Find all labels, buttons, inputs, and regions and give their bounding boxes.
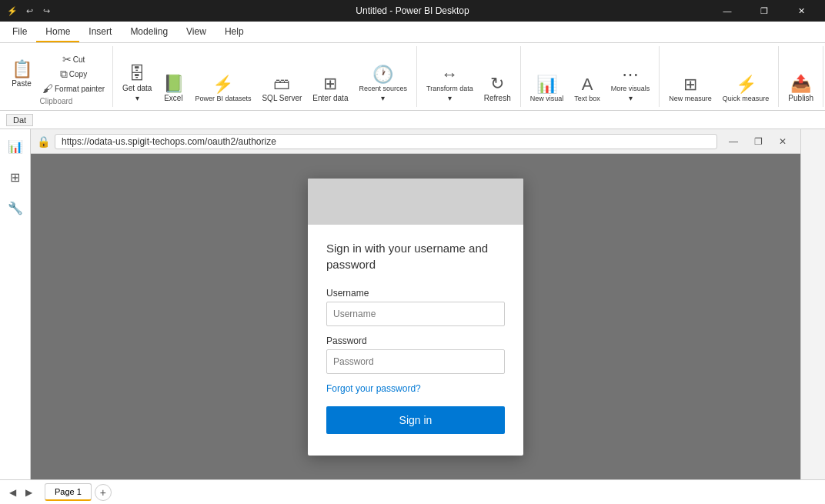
enter-data-button[interactable]: ⊞ Enter data <box>308 72 352 105</box>
ribbon-group-data: 🗄 Get data ▾ 📗 Excel ⚡ Power BI datasets… <box>113 46 417 107</box>
ribbon-group-visuals: 📊 New visual A Text box ⋯ More visuals ▾ <box>521 46 660 107</box>
clipboard-items: 📋 Paste ✂ Cut ⧉ Copy 🖌 Format painter <box>5 48 108 95</box>
browser-window-controls: — ❐ ✕ <box>722 132 794 151</box>
paste-button[interactable]: 📋 Paste <box>5 52 38 95</box>
share-items: 📤 Publish <box>783 48 818 105</box>
ribbon-group-clipboard: 📋 Paste ✂ Cut ⧉ Copy 🖌 Format painter <box>0 46 113 107</box>
sql-server-button[interactable]: 🗃 SQL Server <box>257 72 306 105</box>
recent-sources-icon: 🕐 <box>372 66 393 83</box>
enter-data-icon: ⊞ <box>323 75 337 92</box>
data-items: 🗄 Get data ▾ 📗 Excel ⚡ Power BI datasets… <box>118 48 412 105</box>
titlebar-icons: ⚡ ↩ ↪ <box>6 5 52 17</box>
username-label: Username <box>326 288 505 299</box>
ribbon-group-calculations: ⊞ New measure ⚡ Quick measure <box>660 46 779 107</box>
formula-label: Dat <box>6 114 33 126</box>
login-card: Sign in with your username and password … <box>308 179 523 456</box>
titlebar: ⚡ ↩ ↪ Untitled - Power BI Desktop — ❐ ✕ <box>0 0 825 22</box>
tab-home[interactable]: Home <box>36 22 79 42</box>
transform-icon: ↔ <box>441 66 458 83</box>
format-painter-icon: 🖌 <box>42 83 53 94</box>
ribbon: 📋 Paste ✂ Cut ⧉ Copy 🖌 Format painter <box>0 43 825 111</box>
prev-page-button[interactable]: ◀ <box>6 486 19 499</box>
clipboard-small-buttons: ✂ Cut ⧉ Copy 🖌 Format painter <box>39 52 108 95</box>
sidebar-icon-data[interactable]: ⊞ <box>5 166 26 188</box>
browser-close-button[interactable]: ✕ <box>771 132 794 151</box>
queries-items: ↔ Transform data ▾ ↻ Refresh <box>422 48 516 105</box>
login-card-body: Sign in with your username and password … <box>308 225 523 456</box>
clipboard-group: 📋 Paste ✂ Cut ⧉ Copy 🖌 Format painter <box>5 52 108 95</box>
undo-icon[interactable]: ↩ <box>23 5 35 17</box>
quick-measure-icon: ⚡ <box>736 76 757 93</box>
next-page-button[interactable]: ▶ <box>22 486 35 499</box>
new-measure-button[interactable]: ⊞ New measure <box>664 73 716 105</box>
copy-icon: ⧉ <box>60 68 68 79</box>
new-measure-icon: ⊞ <box>683 76 697 93</box>
sidebar-icon-model[interactable]: 🔧 <box>5 197 26 219</box>
lock-icon: 🔒 <box>37 135 50 148</box>
forgot-password-link[interactable]: Forgot your password? <box>326 383 505 394</box>
app-icon: ⚡ <box>6 5 18 17</box>
browser-url[interactable]: https://odata-us.spigit-techops.com/oaut… <box>55 134 717 149</box>
signin-button[interactable]: Sign in <box>326 406 505 434</box>
get-data-button[interactable]: 🗄 Get data ▾ <box>118 62 156 105</box>
new-visual-button[interactable]: 📊 New visual <box>526 73 569 105</box>
password-label: Password <box>326 335 505 346</box>
browser-restore-button[interactable]: ❐ <box>747 132 770 151</box>
browser-content: Sign in with your username and password … <box>31 154 800 479</box>
text-box-button[interactable]: A Text box <box>569 73 605 105</box>
tab-insert[interactable]: Insert <box>79 22 121 42</box>
sql-icon: 🗃 <box>273 75 290 92</box>
cut-button[interactable]: ✂ Cut <box>39 52 108 66</box>
power-bi-icon: ⚡ <box>212 76 233 93</box>
more-visuals-icon: ⋯ <box>622 66 639 83</box>
titlebar-title: Untitled - Power BI Desktop <box>356 5 469 16</box>
password-input[interactable] <box>326 349 505 374</box>
ribbon-group-queries: ↔ Transform data ▾ ↻ Refresh <box>417 46 521 107</box>
sidebar-icon-report[interactable]: 📊 <box>5 135 26 157</box>
excel-icon: 📗 <box>163 75 184 92</box>
page-tab-1[interactable]: Page 1 <box>45 483 92 501</box>
tab-help[interactable]: Help <box>215 22 253 42</box>
quick-measure-button[interactable]: ⚡ Quick measure <box>718 73 774 105</box>
copy-button[interactable]: ⧉ Copy <box>39 67 108 81</box>
browser-titlebar: 🔒 https://odata-us.spigit-techops.com/oa… <box>31 129 800 154</box>
ribbon-group-share: 📤 Publish <box>779 46 823 107</box>
bottom-bar: ◀ ▶ Page 1 + <box>0 479 825 504</box>
close-button[interactable]: ✕ <box>783 0 819 22</box>
publish-button[interactable]: 📤 Publish <box>783 72 818 105</box>
calculations-items: ⊞ New measure ⚡ Quick measure <box>664 48 773 105</box>
transform-data-button[interactable]: ↔ Transform data ▾ <box>422 63 478 105</box>
publish-icon: 📤 <box>790 75 811 92</box>
page-nav-buttons: ◀ ▶ <box>6 486 35 499</box>
login-card-header <box>308 179 523 225</box>
main-area: 📊 ⊞ 🔧 🔒 https://odata-us.spigit-techops.… <box>0 129 825 479</box>
canvas-area: 🔒 https://odata-us.spigit-techops.com/oa… <box>31 129 800 479</box>
text-box-icon: A <box>582 76 593 93</box>
new-visual-icon: 📊 <box>536 76 557 93</box>
formula-bar: Dat <box>0 111 825 129</box>
minimize-button[interactable]: — <box>710 0 745 22</box>
titlebar-controls: — ❐ ✕ <box>710 0 819 22</box>
tab-file[interactable]: File <box>3 22 36 42</box>
browser-minimize-button[interactable]: — <box>722 132 745 151</box>
modal-overlay: 🔒 https://odata-us.spigit-techops.com/oa… <box>31 129 800 479</box>
add-page-button[interactable]: + <box>95 484 112 501</box>
power-bi-datasets-button[interactable]: ⚡ Power BI datasets <box>190 73 256 105</box>
restore-button[interactable]: ❐ <box>747 0 782 22</box>
login-title: Sign in with your username and password <box>326 240 505 272</box>
visuals-items: 📊 New visual A Text box ⋯ More visuals ▾ <box>526 48 655 105</box>
tab-view[interactable]: View <box>177 22 215 42</box>
get-data-icon: 🗄 <box>129 65 145 82</box>
more-visuals-button[interactable]: ⋯ More visuals ▾ <box>606 63 655 105</box>
excel-button[interactable]: 📗 Excel <box>158 72 189 105</box>
redo-icon[interactable]: ↪ <box>40 5 52 17</box>
cut-icon: ✂ <box>62 54 72 65</box>
paste-icon: 📋 <box>12 61 32 78</box>
username-input[interactable] <box>326 302 505 326</box>
recent-sources-button[interactable]: 🕐 Recent sources ▾ <box>354 63 412 105</box>
format-painter-button[interactable]: 🖌 Format painter <box>39 82 108 95</box>
ribbon-tabs: File Home Insert Modeling View Help <box>0 22 825 43</box>
tab-modeling[interactable]: Modeling <box>121 22 177 42</box>
refresh-button[interactable]: ↻ Refresh <box>479 72 516 105</box>
left-sidebar: 📊 ⊞ 🔧 <box>0 129 31 479</box>
